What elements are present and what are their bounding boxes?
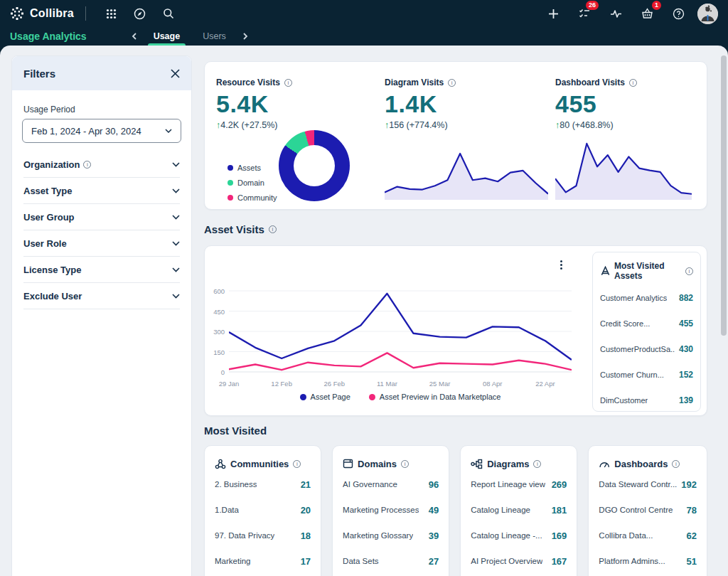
collibra-logo[interactable]: Collibra: [10, 6, 74, 21]
filter-section-organization[interactable]: Organizationi: [23, 151, 180, 178]
chevron-down-icon: [172, 294, 180, 299]
item-visit-count: 18: [301, 530, 311, 541]
item-name-link[interactable]: Report Lineage view: [471, 480, 545, 489]
asset-visits-card: 0150300450600 29 Jan12 Feb26 Feb11 Mar25…: [204, 245, 707, 416]
item-name-link[interactable]: Marketing Glossary: [343, 531, 413, 540]
help-icon[interactable]: [666, 3, 690, 24]
filter-section-label: Organizationi: [23, 159, 91, 170]
stat-delta: 80 (+468.8%): [560, 120, 613, 130]
asset-name-link[interactable]: Credit Score...: [600, 319, 650, 328]
apps-grid-icon[interactable]: [97, 3, 126, 24]
donut-legend: AssetsDomainCommunity: [228, 160, 277, 205]
info-icon[interactable]: i: [293, 460, 301, 468]
item-name-link[interactable]: Marketing: [215, 557, 251, 565]
item-visit-count: 17: [301, 556, 311, 567]
card-list-row: Data Steward Contr...192: [599, 471, 697, 497]
scrollbar-thumb[interactable]: [721, 55, 727, 336]
tab-usage[interactable]: Usage: [142, 27, 192, 46]
info-icon[interactable]: i: [284, 79, 292, 87]
card-list-row: Report Lineage view269: [471, 471, 567, 497]
basket-icon[interactable]: 1: [635, 3, 659, 24]
divider: [85, 6, 86, 21]
asset-name-link[interactable]: CustomerProductSa...: [600, 345, 675, 353]
item-visit-count: 167: [552, 556, 567, 567]
item-name-link[interactable]: Catalog Lineage: [471, 506, 530, 514]
info-icon[interactable]: i: [269, 225, 277, 233]
search-icon[interactable]: [154, 3, 183, 24]
y-tick-label: 300: [205, 328, 225, 336]
item-name-link[interactable]: 97. Data Privacy: [215, 531, 274, 540]
info-icon[interactable]: i: [83, 161, 91, 169]
info-icon[interactable]: i: [401, 460, 409, 468]
card-list-row: Collibra Data...62: [599, 523, 697, 548]
item-name-link[interactable]: DGO Control Centre: [599, 506, 673, 514]
info-icon[interactable]: i: [448, 79, 456, 87]
donut-legend-item-assets[interactable]: Assets: [228, 160, 277, 175]
asset-visit-count: 152: [679, 370, 693, 380]
donut-legend-item-community[interactable]: Community: [228, 190, 277, 205]
item-name-link[interactable]: 1.Data: [215, 506, 239, 514]
y-tick-label: 150: [205, 348, 225, 356]
chevron-down-icon: [172, 215, 180, 220]
tab-users[interactable]: Users: [191, 27, 237, 46]
tasks-icon[interactable]: 26: [572, 3, 596, 24]
asset-visits-title: Asset Visits: [204, 223, 264, 235]
chart-legend-item[interactable]: Asset Preview in Data Marketplace: [369, 393, 501, 401]
item-visit-count: 49: [429, 505, 439, 516]
item-visit-count: 21: [301, 479, 311, 490]
filter-section-user-role[interactable]: User Role: [23, 230, 180, 257]
asset-name-link[interactable]: Customer Churn...: [600, 370, 664, 379]
most-visited-card-domains: DomainsiAI Governance96Marketing Process…: [332, 445, 449, 576]
most-visited-assets-panel: Most Visited Assets i Customer Analytics…: [592, 252, 701, 412]
chart-legend: Asset PageAsset Preview in Data Marketpl…: [229, 393, 572, 401]
usage-period-select[interactable]: Feb 1, 2024 - Apr 30, 2024: [22, 119, 181, 143]
item-name-link[interactable]: Marketing Processes: [343, 506, 419, 514]
card-title: Domains: [358, 459, 397, 469]
card-header: Diagramsi: [471, 456, 567, 471]
donut-legend-item-domain[interactable]: Domain: [228, 175, 277, 190]
activity-icon[interactable]: [604, 3, 628, 24]
filter-section-license-type[interactable]: License Type: [23, 257, 180, 283]
item-name-link[interactable]: Data Sets: [343, 557, 379, 565]
item-name-link[interactable]: Platform Admins...: [599, 557, 665, 565]
y-tick-label: 600: [205, 287, 225, 295]
domains-icon: [343, 459, 353, 469]
kebab-menu-icon[interactable]: [555, 257, 567, 272]
info-icon[interactable]: i: [672, 460, 680, 468]
filter-section-user-group[interactable]: User Group: [23, 204, 180, 230]
chart-legend-item[interactable]: Asset Page: [300, 393, 350, 401]
legend-dot: [228, 165, 233, 171]
compass-icon[interactable]: [126, 3, 154, 24]
item-name-link[interactable]: Catalog Lineage -...: [471, 531, 542, 540]
info-icon[interactable]: i: [629, 79, 637, 87]
item-name-link[interactable]: AI Governance: [343, 480, 397, 489]
chevron-right-icon[interactable]: [237, 33, 253, 40]
info-icon[interactable]: i: [533, 460, 541, 468]
diagrams-icon: [471, 459, 483, 469]
x-tick-label: 29 Jan: [213, 380, 245, 388]
item-name-link[interactable]: Collibra Data...: [599, 531, 653, 540]
asset-name-link[interactable]: Customer Analytics: [600, 294, 667, 302]
card-list-row: Catalog Lineage -...169: [471, 523, 567, 548]
asset-name-link[interactable]: DimCustomer: [600, 396, 648, 405]
item-name-link[interactable]: 2. Business: [215, 480, 257, 489]
add-icon[interactable]: [541, 3, 565, 24]
item-name-link[interactable]: AI Project Overview: [471, 557, 542, 565]
item-name-link[interactable]: Data Steward Contr...: [599, 480, 677, 489]
card-header: Domainsi: [343, 456, 439, 471]
info-icon[interactable]: i: [685, 267, 693, 275]
chevron-down-icon: [172, 188, 180, 193]
filter-section-label: User Group: [23, 212, 75, 223]
chevron-left-icon[interactable]: [127, 33, 142, 40]
item-visit-count: 181: [552, 505, 567, 516]
filters-panel: Filters Usage Period Feb 1, 2024 - Apr 3…: [11, 55, 192, 576]
brand-name: Collibra: [30, 7, 74, 20]
item-visit-count: 62: [687, 530, 697, 541]
stat-diagram-visits: Diagram Visitsi 1.4K ↑156 (+774.4%): [385, 78, 456, 130]
filter-section-asset-type[interactable]: Asset Type: [23, 178, 180, 204]
communities-icon: [215, 459, 226, 469]
most-visited-card-communities: Communitiesi2. Business211.Data2097. Dat…: [204, 445, 321, 576]
close-icon[interactable]: [171, 69, 180, 78]
user-avatar[interactable]: [697, 4, 718, 24]
filter-section-exclude-user[interactable]: Exclude User: [23, 283, 180, 309]
